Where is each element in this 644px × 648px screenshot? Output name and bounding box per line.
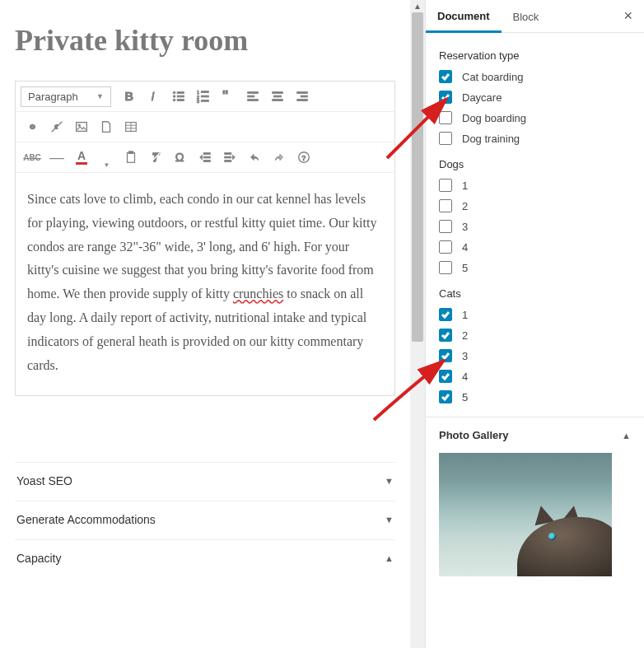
checkbox[interactable] xyxy=(439,70,452,83)
svg-rect-9 xyxy=(201,91,208,93)
checkbox-row[interactable]: 1 xyxy=(439,308,631,321)
rich-text-editor: Paragraph ▼ B I 123 " ABC xyxy=(15,81,395,396)
text-color-dropdown[interactable]: ▼ xyxy=(95,146,118,169)
checkbox[interactable] xyxy=(439,132,452,145)
table-button[interactable] xyxy=(119,115,142,138)
checkbox[interactable] xyxy=(439,199,452,212)
dogs-list: 12345 xyxy=(439,179,631,274)
svg-text:?: ? xyxy=(301,154,306,162)
svg-rect-36 xyxy=(203,156,210,158)
checkbox[interactable] xyxy=(439,390,452,403)
insert-image-button[interactable] xyxy=(70,115,93,138)
outdent-button[interactable] xyxy=(194,146,217,169)
checkbox[interactable] xyxy=(439,370,452,383)
align-right-button[interactable] xyxy=(291,85,314,108)
checkbox[interactable] xyxy=(439,349,452,362)
chevron-up-icon: ▲ xyxy=(385,553,394,563)
checkbox[interactable] xyxy=(439,91,452,104)
spell-error-word: crunchies xyxy=(233,287,283,301)
settings-sidebar: Document Block × Reservation type Cat bo… xyxy=(425,0,644,648)
svg-point-26 xyxy=(78,124,80,126)
checkbox-row[interactable]: 3 xyxy=(439,349,631,362)
svg-text:I: I xyxy=(151,90,154,103)
text-color-button[interactable]: A xyxy=(70,146,93,169)
checkbox-label: 5 xyxy=(462,262,468,274)
svg-line-24 xyxy=(52,122,63,133)
horizontal-rule-button[interactable]: — xyxy=(45,146,68,169)
checkbox-label: Daycare xyxy=(462,91,502,104)
checkbox[interactable] xyxy=(439,220,452,233)
panel-label: Photo Gallery xyxy=(439,429,509,441)
page-title[interactable]: Private kitty room xyxy=(15,23,395,58)
checkbox[interactable] xyxy=(439,179,452,192)
redo-button[interactable] xyxy=(268,146,291,169)
number-list-button[interactable]: 123 xyxy=(192,85,215,108)
scroll-up-icon[interactable]: ▲ xyxy=(413,0,422,12)
chevron-down-icon: ▼ xyxy=(96,92,104,100)
editor-content[interactable]: Since cats love to climb, each condo in … xyxy=(16,173,394,395)
svg-rect-19 xyxy=(274,96,282,97)
unlink-button[interactable] xyxy=(45,115,68,138)
bullet-list-button[interactable] xyxy=(167,85,190,108)
bold-button[interactable]: B xyxy=(118,85,141,108)
align-left-button[interactable] xyxy=(241,85,264,108)
svg-rect-32 xyxy=(128,152,133,154)
checkbox-row[interactable]: Dog boarding xyxy=(439,111,631,124)
checkbox-row[interactable]: 3 xyxy=(439,220,631,233)
checkbox-row[interactable]: Cat boarding xyxy=(439,70,631,83)
checkbox-row[interactable]: 5 xyxy=(439,390,631,403)
svg-point-6 xyxy=(173,99,175,101)
special-char-button[interactable]: Ω xyxy=(169,146,192,169)
strikethrough-button[interactable]: ABC xyxy=(21,146,44,169)
scrollbar[interactable]: ▲ xyxy=(410,0,425,648)
checkbox-label: 1 xyxy=(462,309,468,321)
svg-rect-40 xyxy=(225,161,231,162)
checkbox-row[interactable]: Daycare xyxy=(439,91,631,104)
checkbox-row[interactable]: 2 xyxy=(439,329,631,342)
checkbox-row[interactable]: 4 xyxy=(439,370,631,383)
checkbox-row[interactable]: Dog training xyxy=(439,132,631,145)
help-button[interactable]: ? xyxy=(292,146,315,169)
blockquote-button[interactable]: " xyxy=(217,85,240,108)
clear-format-button[interactable] xyxy=(144,146,167,169)
photo-gallery-panel[interactable]: Photo Gallery ▲ xyxy=(439,429,631,441)
editor-toolbar-row2 xyxy=(16,112,394,142)
link-button[interactable] xyxy=(21,115,44,138)
checkbox-row[interactable]: 2 xyxy=(439,199,631,212)
tab-block[interactable]: Block xyxy=(502,1,551,31)
tab-document[interactable]: Document xyxy=(426,0,502,33)
checkbox[interactable] xyxy=(439,240,452,254)
generate-accommodations-panel[interactable]: Generate Accommodations ▼ xyxy=(15,501,395,538)
checkbox[interactable] xyxy=(439,261,452,274)
chevron-down-icon: ▼ xyxy=(385,476,394,486)
panel-label: Generate Accommodations xyxy=(16,513,156,526)
close-sidebar-button[interactable]: × xyxy=(612,7,644,25)
paste-button[interactable] xyxy=(119,146,142,169)
indent-button[interactable] xyxy=(218,146,241,169)
italic-button[interactable]: I xyxy=(142,85,166,108)
svg-point-2 xyxy=(173,91,175,94)
checkbox[interactable] xyxy=(439,111,452,124)
yoast-seo-panel[interactable]: Yoast SEO ▼ xyxy=(15,462,395,499)
chevron-up-icon: ▲ xyxy=(622,431,631,441)
checkbox-row[interactable]: 4 xyxy=(439,240,631,254)
cats-list: 12345 xyxy=(439,308,631,403)
chevron-down-icon: ▼ xyxy=(385,515,394,524)
checkbox[interactable] xyxy=(439,308,452,321)
scroll-track[interactable] xyxy=(410,12,425,648)
checkbox-row[interactable]: 5 xyxy=(439,261,631,274)
svg-rect-25 xyxy=(77,123,87,132)
gallery-thumbnail[interactable] xyxy=(439,453,612,576)
scroll-thumb[interactable] xyxy=(412,12,423,342)
checkbox-row[interactable]: 1 xyxy=(439,179,631,192)
svg-rect-23 xyxy=(297,100,308,101)
format-dropdown[interactable]: Paragraph ▼ xyxy=(21,86,111,107)
checkbox-label: 2 xyxy=(462,200,468,212)
file-button[interactable] xyxy=(95,115,118,138)
undo-button[interactable] xyxy=(243,146,266,169)
capacity-panel[interactable]: Capacity ▲ xyxy=(15,539,395,576)
checkbox[interactable] xyxy=(439,329,452,342)
reservation-type-label: Reservation type xyxy=(439,49,631,62)
align-center-button[interactable] xyxy=(266,85,289,108)
checkbox-label: 2 xyxy=(462,329,468,342)
